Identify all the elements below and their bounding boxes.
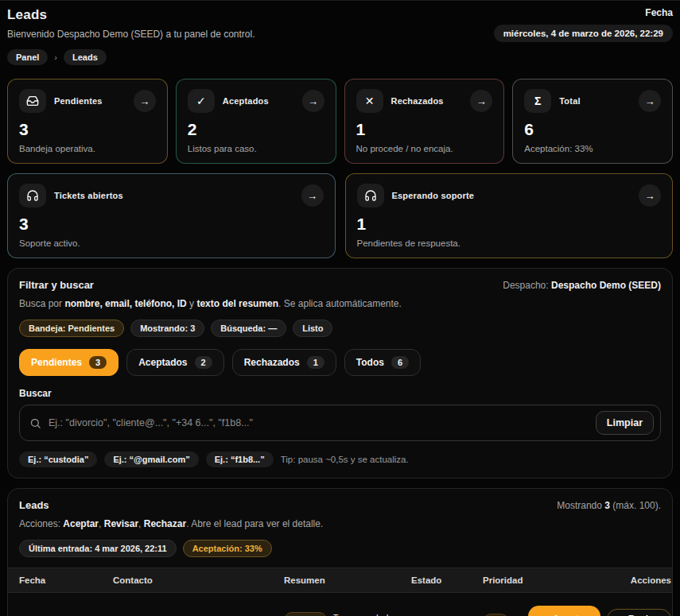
card-caption: Pendientes de respuesta. <box>357 238 662 248</box>
card-value: 6 <box>524 120 661 139</box>
showing-number: 3 <box>604 500 610 511</box>
actions-hint-reject: Rechazar <box>144 518 186 529</box>
hint-text: Busca por <box>19 298 64 309</box>
tab-todos[interactable]: Todos 6 <box>344 349 421 376</box>
despacho-info: Despacho: Despacho Demo (SEED) <box>503 280 661 291</box>
headset-icon <box>357 184 384 207</box>
date-label: Fecha <box>494 7 673 18</box>
hint-bold-summary: texto del resumen <box>196 298 278 309</box>
arrow-right-icon[interactable]: → <box>470 90 492 112</box>
headset-icon <box>19 184 46 207</box>
chip-example-custodia[interactable]: Ej.: “custodia” <box>19 451 97 467</box>
last-entry-badge: Última entrada: 4 mar 2026, 22:11 <box>19 540 177 557</box>
tab-rechazados[interactable]: Rechazados 1 <box>232 349 336 376</box>
card-value: 2 <box>188 120 324 139</box>
card-caption: Soporte activo. <box>19 238 324 248</box>
card-label: Tickets abiertos <box>54 191 123 200</box>
arrow-right-icon[interactable]: → <box>639 184 661 207</box>
inbox-icon <box>19 89 46 113</box>
arrow-right-icon[interactable]: → <box>134 90 156 112</box>
table-header: Fecha Contacto Resumen Estado Prioridad … <box>8 568 672 593</box>
card-pendientes[interactable]: Pendientes → 3 Bandeja operativa. <box>7 79 168 164</box>
lead-summary: Tengo un duda sobre derecho... <box>333 612 406 616</box>
chip-example-gmail[interactable]: Ej.: “@gmail.com” <box>104 451 198 467</box>
card-caption: Bandeja operativa. <box>19 144 156 153</box>
filter-status-badges: Bandeja: Pendientes Mostrando: 3 Búsqued… <box>19 320 661 337</box>
hint-text: . Se aplica automáticamente. <box>278 298 402 309</box>
tab-pendientes[interactable]: Pendientes 3 <box>19 349 119 376</box>
arrow-right-icon[interactable]: → <box>301 184 324 207</box>
col-resumen: Resumen <box>284 575 411 585</box>
search-icon <box>29 417 41 429</box>
card-caption: No procede / no encaja. <box>356 144 493 153</box>
despacho-label: Despacho: <box>503 280 548 291</box>
clear-search-button[interactable]: Limpiar <box>596 411 654 435</box>
support-cards-row: Tickets abiertos → 3 Soporte activo. Esp… <box>7 173 673 258</box>
status-badge-mostrando: Mostrando: 3 <box>130 320 204 337</box>
welcome-subtitle: Bienvenido Despacho Demo (SEED) a tu pan… <box>7 29 255 40</box>
search-example-chips: Ej.: “custodia” Ej.: “@gmail.com” Ej.: “… <box>19 451 661 467</box>
tab-aceptados[interactable]: Aceptados 2 <box>126 349 223 376</box>
leads-title: Leads <box>19 499 49 511</box>
card-label: Pendientes <box>54 96 103 106</box>
tab-count-badge: 2 <box>195 356 212 369</box>
card-rechazados[interactable]: ✕ Rechazados → 1 No procede / no encaja. <box>344 79 505 164</box>
accept-button[interactable]: ✓ Aceptar <box>528 606 601 616</box>
card-label: Total <box>559 96 580 106</box>
col-contacto: Contacto <box>113 575 284 585</box>
breadcrumb-leads[interactable]: Leads <box>64 49 107 65</box>
col-prioridad: Prioridad <box>483 575 548 585</box>
card-tickets-abiertos[interactable]: Tickets abiertos → 3 Soporte activo. <box>7 173 336 258</box>
col-acciones: Acciones <box>548 575 671 585</box>
new-badge: Nuevo <box>284 612 327 616</box>
card-label: Esperando soporte <box>392 191 475 200</box>
search-input[interactable] <box>49 417 589 428</box>
card-caption: Aceptación: 33% <box>524 144 661 153</box>
review-button[interactable]: ⟳ Revisar <box>607 609 671 616</box>
page-header: Leads Bienvenido Despacho Demo (SEED) a … <box>7 7 673 65</box>
card-esperando-soporte[interactable]: Esperando soporte → 1 Pendientes de resp… <box>345 173 674 258</box>
lead-summary-cell: Nuevo Tengo un duda sobre derecho... Abr… <box>284 606 411 616</box>
breadcrumb-panel[interactable]: Panel <box>7 49 48 65</box>
card-label: Rechazados <box>391 96 444 106</box>
card-total[interactable]: Σ Total → 6 Aceptación: 33% <box>512 79 673 164</box>
breadcrumb: Panel › Leads <box>7 49 255 65</box>
col-fecha: Fecha <box>19 575 113 585</box>
search-box: Limpiar <box>19 405 661 441</box>
tab-label: Rechazados <box>244 357 300 368</box>
hint-bold-fields: nombre, email, teléfono, ID <box>64 298 186 309</box>
breadcrumb-separator-icon: › <box>54 52 57 62</box>
lead-contact-cell: Pedro Rodríguez pedro@gmail.com 78945612… <box>113 606 284 616</box>
x-icon: ✕ <box>356 89 383 113</box>
search-label: Buscar <box>19 388 661 399</box>
tab-label: Pendientes <box>31 357 82 368</box>
card-caption: Listos para caso. <box>188 144 324 153</box>
arrow-right-icon[interactable]: → <box>639 90 661 112</box>
leads-section: Leads Mostrando 3 (máx. 100). Acciones: … <box>7 488 673 616</box>
showing-text: (máx. 100). <box>610 500 661 511</box>
status-badge-busqueda: Búsqueda: — <box>211 320 286 337</box>
sigma-icon: Σ <box>524 89 551 113</box>
status-badge-bandeja: Bandeja: Pendientes <box>19 320 124 337</box>
col-estado: Estado <box>411 575 483 585</box>
bandeja-tabs: Pendientes 3 Aceptados 2 Rechazados 1 To… <box>19 349 661 376</box>
lead-date-cell: 4 mar 2026, 22:11 ID 06325b89 <box>19 606 113 616</box>
actions-hint-accept: Aceptar <box>63 518 99 529</box>
check-icon: ✓ <box>188 89 215 113</box>
tab-count-badge: 6 <box>391 356 409 369</box>
actions-hint: Acciones: Aceptar, Revisar, Rechazar. Ab… <box>19 518 661 529</box>
tab-count-badge: 1 <box>307 356 324 369</box>
actions-hint-text: Acciones: <box>19 518 63 529</box>
filter-hint: Busca por nombre, email, teléfono, ID y … <box>19 298 661 309</box>
card-value: 1 <box>356 120 493 139</box>
status-badge-listo: Listo <box>293 320 332 337</box>
tab-label: Aceptados <box>138 357 187 368</box>
arrow-right-icon[interactable]: → <box>302 90 324 112</box>
filter-title: Filtrar y buscar <box>19 279 94 291</box>
tab-count-badge: 3 <box>89 356 107 369</box>
card-aceptados[interactable]: ✓ Aceptados → 2 Listos para caso. <box>176 79 336 164</box>
filter-section: Filtrar y buscar Despacho: Despacho Demo… <box>7 268 673 478</box>
card-value: 1 <box>357 215 662 234</box>
despacho-value: Despacho Demo (SEED) <box>551 280 661 291</box>
chip-example-id[interactable]: Ej.: “f1b8...” <box>206 451 274 467</box>
